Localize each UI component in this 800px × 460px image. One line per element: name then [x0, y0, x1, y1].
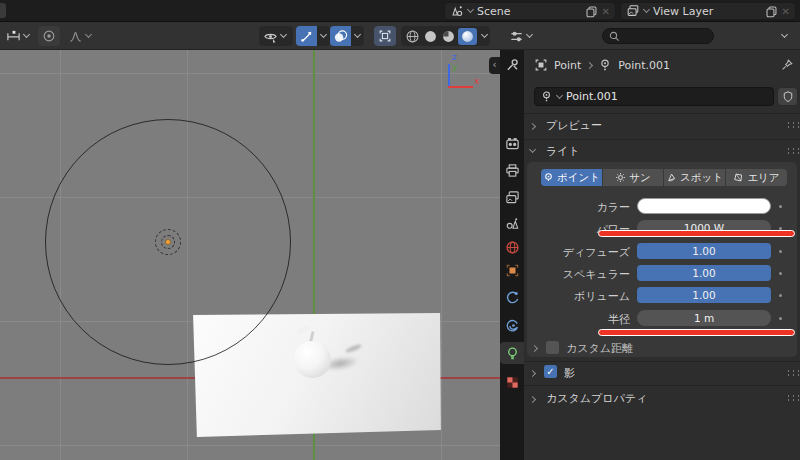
editor-type-button[interactable]: [2, 26, 33, 46]
tab-object[interactable]: [500, 259, 524, 281]
chevron-down-icon: [354, 31, 361, 38]
red-annotation-underline: [598, 329, 795, 336]
color-label: カラー: [524, 200, 630, 215]
viewport-header: [0, 22, 500, 50]
output-icon: [505, 163, 520, 178]
breadcrumb-object-name[interactable]: Point: [554, 59, 581, 72]
properties-header: [500, 22, 800, 50]
scene-name[interactable]: Scene: [477, 5, 511, 18]
tab-render[interactable]: [500, 132, 524, 154]
point-light-icon: [540, 90, 553, 103]
view-layer-name[interactable]: View Layer: [653, 5, 713, 18]
animate-decorator[interactable]: [779, 205, 782, 208]
point-light-origin[interactable]: [165, 239, 171, 245]
datablock-name-value[interactable]: Point.001: [566, 90, 618, 103]
unlink-scene-icon[interactable]: ✕: [602, 6, 610, 17]
search-icon: [609, 31, 620, 42]
chevron-down-icon: [23, 31, 30, 38]
animate-decorator[interactable]: [779, 272, 782, 275]
overlays-toggle-button[interactable]: [330, 26, 351, 46]
chevron-right-icon: [529, 123, 536, 130]
duplicate-view-layer-icon[interactable]: [765, 5, 778, 18]
diffuse-slider[interactable]: 1.00: [637, 243, 771, 259]
tab-light-data[interactable]: [500, 342, 524, 364]
chevron-down-icon: [526, 31, 533, 38]
light-type-spot-button[interactable]: スポット: [664, 169, 725, 186]
specular-slider[interactable]: 1.00: [637, 265, 771, 281]
gizmos-dropdown-button[interactable]: [317, 26, 330, 46]
proportional-editing-button[interactable]: [38, 26, 60, 46]
view-layer-datablock-icon[interactable]: [626, 4, 640, 18]
tab-texture[interactable]: [500, 371, 524, 393]
xray-toggle-button[interactable]: [374, 26, 396, 46]
specular-value: 1.00: [692, 267, 715, 279]
tab-output[interactable]: [500, 159, 524, 181]
breadcrumb: Point Point.001: [534, 58, 670, 72]
overlays-dropdown-button[interactable]: [351, 26, 364, 46]
color-swatch[interactable]: [637, 198, 771, 214]
light-type-point-button[interactable]: ポイント: [541, 169, 602, 186]
editor-type-icon: [6, 29, 21, 44]
axis-widget-x-line: [448, 86, 473, 88]
tab-world[interactable]: [500, 236, 524, 258]
animate-decorator[interactable]: [779, 250, 782, 253]
separator: [524, 113, 800, 114]
light-type-sun-button[interactable]: サン: [603, 169, 663, 186]
axis-label-y: y: [452, 62, 457, 72]
radius-field[interactable]: 1 m: [637, 310, 771, 326]
light-type-spot-label: スポット: [680, 171, 723, 185]
light-type-area-button[interactable]: エリア: [726, 169, 787, 186]
chevron-right-icon: [529, 396, 536, 403]
3d-viewport[interactable]: z y x ‹: [0, 50, 500, 460]
chevron-down-icon: [85, 31, 92, 38]
shading-material-button[interactable]: [440, 28, 457, 45]
panel-grip[interactable]: [786, 394, 800, 402]
tab-constraints[interactable]: [500, 286, 524, 308]
chevron-down-icon: [320, 31, 327, 38]
texture-icon: [505, 375, 520, 390]
panel-custom-properties-label[interactable]: カスタムプロパティ: [546, 391, 647, 406]
chevron-down-icon[interactable]: [481, 31, 488, 38]
pin-icon[interactable]: [780, 58, 794, 72]
show-gizmo-dropdown[interactable]: [259, 26, 293, 46]
shadow-checkbox[interactable]: ✓: [544, 365, 557, 378]
view-layer-selector[interactable]: View Layer ✕: [620, 2, 796, 20]
sun-icon: [615, 172, 626, 183]
tab-scene[interactable]: [500, 212, 524, 234]
area-light-icon: [733, 172, 744, 183]
duplicate-scene-icon[interactable]: [585, 5, 598, 18]
breadcrumb-data-name[interactable]: Point.001: [618, 59, 670, 72]
axis-label-x: x: [474, 76, 479, 86]
proportional-falloff-button[interactable]: [64, 26, 95, 46]
datablock-name-field[interactable]: Point.001: [534, 87, 774, 106]
search-input[interactable]: [602, 28, 714, 44]
apple-object[interactable]: [294, 341, 331, 378]
panel-light-label[interactable]: ライト: [546, 144, 580, 159]
scene-datablock-icon[interactable]: [450, 4, 464, 18]
animate-decorator[interactable]: [779, 294, 782, 297]
gizmos-toggle-button[interactable]: [296, 26, 317, 46]
custom-distance-label[interactable]: カスタム距離: [566, 341, 633, 356]
shading-wireframe-button[interactable]: [404, 28, 421, 45]
filter-dropdown-button[interactable]: [778, 26, 791, 46]
remove-view-layer-icon[interactable]: ✕: [782, 6, 790, 17]
shading-rendered-button[interactable]: [458, 28, 477, 45]
panel-shadow-label[interactable]: 影: [564, 366, 575, 381]
panel-grip[interactable]: [786, 121, 800, 129]
panel-grip[interactable]: [786, 369, 800, 377]
tab-physics[interactable]: [500, 314, 524, 336]
scene-selector[interactable]: Scene ✕: [444, 2, 616, 20]
animate-decorator[interactable]: [779, 317, 782, 320]
chevron-down-icon: [643, 6, 650, 13]
shading-solid-button[interactable]: [422, 28, 439, 45]
panel-preview-label[interactable]: プレビュー: [546, 118, 602, 133]
tab-tool[interactable]: [500, 53, 524, 75]
properties-editor-type-button[interactable]: [505, 26, 536, 46]
fake-user-shield-button[interactable]: [777, 87, 798, 106]
clipped-menu-icon[interactable]: [0, 3, 6, 18]
custom-distance-checkbox[interactable]: [546, 341, 559, 354]
volume-slider[interactable]: 1.00: [637, 287, 771, 303]
panel-grip[interactable]: [786, 147, 800, 155]
sidebar-toggle[interactable]: ‹: [489, 57, 500, 74]
tab-view-layer[interactable]: [500, 186, 524, 208]
